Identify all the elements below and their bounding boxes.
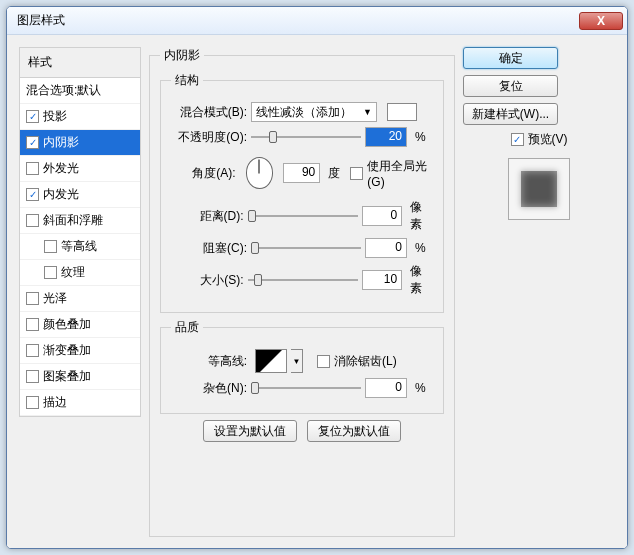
blend-mode-value: 线性减淡（添加）: [256, 104, 352, 121]
inner-shadow-legend: 内阴影: [160, 47, 204, 64]
style-item-10[interactable]: 图案叠加: [20, 364, 140, 390]
style-checkbox[interactable]: [26, 136, 39, 149]
styles-header: 样式: [20, 48, 140, 78]
styles-column: 样式 混合选项:默认 投影内阴影外发光内发光斜面和浮雕等高线纹理光泽颜色叠加渐变…: [19, 47, 141, 536]
style-item-2[interactable]: 外发光: [20, 156, 140, 182]
style-checkbox[interactable]: [44, 266, 57, 279]
window-title: 图层样式: [17, 12, 579, 29]
distance-input[interactable]: 0: [362, 206, 403, 226]
preview-swatch: [521, 171, 557, 207]
style-label: 图案叠加: [43, 368, 91, 385]
choke-slider[interactable]: [251, 239, 361, 257]
quality-legend: 品质: [171, 319, 203, 336]
distance-unit: 像素: [410, 199, 433, 233]
style-item-9[interactable]: 渐变叠加: [20, 338, 140, 364]
noise-label: 杂色(N):: [171, 380, 247, 397]
style-item-6[interactable]: 纹理: [20, 260, 140, 286]
antialias-label: 消除锯齿(L): [334, 353, 397, 370]
preview-checkbox[interactable]: [511, 133, 524, 146]
style-label: 等高线: [61, 238, 97, 255]
distance-label: 距离(D):: [171, 208, 244, 225]
preview-box: [508, 158, 570, 220]
actions-column: 确定 复位 新建样式(W)... 预览(V): [463, 47, 615, 536]
reset-default-button[interactable]: 复位为默认值: [307, 420, 401, 442]
global-light-checkbox[interactable]: [350, 167, 363, 180]
preview-label: 预览(V): [528, 131, 568, 148]
blend-options-label: 混合选项:默认: [26, 82, 101, 99]
style-label: 内发光: [43, 186, 79, 203]
style-checkbox[interactable]: [26, 188, 39, 201]
opacity-slider[interactable]: [251, 128, 361, 146]
inner-shadow-group: 内阴影 结构 混合模式(B): 线性减淡（添加） ▼ 不透明度(O):: [149, 47, 455, 537]
structure-group: 结构 混合模式(B): 线性减淡（添加） ▼ 不透明度(O): 20 %: [160, 72, 444, 313]
style-item-11[interactable]: 描边: [20, 390, 140, 416]
size-slider[interactable]: [248, 271, 358, 289]
style-item-5[interactable]: 等高线: [20, 234, 140, 260]
size-input[interactable]: 10: [362, 270, 403, 290]
style-label: 描边: [43, 394, 67, 411]
styles-list: 混合选项:默认 投影内阴影外发光内发光斜面和浮雕等高线纹理光泽颜色叠加渐变叠加图…: [20, 78, 140, 416]
style-label: 外发光: [43, 160, 79, 177]
style-checkbox[interactable]: [26, 214, 39, 227]
angle-dial[interactable]: [246, 157, 274, 189]
blend-mode-dropdown[interactable]: 线性减淡（添加） ▼: [251, 102, 377, 122]
close-icon: X: [597, 14, 605, 28]
layer-style-dialog: 图层样式 X 样式 混合选项:默认 投影内阴影外发光内发光斜面和浮雕等高线纹理光…: [6, 6, 628, 549]
dialog-body: 样式 混合选项:默认 投影内阴影外发光内发光斜面和浮雕等高线纹理光泽颜色叠加渐变…: [7, 35, 627, 548]
ok-button[interactable]: 确定: [463, 47, 558, 69]
style-item-3[interactable]: 内发光: [20, 182, 140, 208]
style-checkbox[interactable]: [44, 240, 57, 253]
distance-slider[interactable]: [248, 207, 358, 225]
size-unit: 像素: [410, 263, 433, 297]
style-item-0[interactable]: 投影: [20, 104, 140, 130]
contour-dropdown-arrow[interactable]: ▼: [291, 349, 303, 373]
contour-label: 等高线:: [171, 353, 247, 370]
blend-options-item[interactable]: 混合选项:默认: [20, 78, 140, 104]
style-label: 斜面和浮雕: [43, 212, 103, 229]
style-checkbox[interactable]: [26, 318, 39, 331]
opacity-unit: %: [415, 130, 426, 144]
style-item-8[interactable]: 颜色叠加: [20, 312, 140, 338]
style-label: 内阴影: [43, 134, 79, 151]
style-checkbox[interactable]: [26, 396, 39, 409]
opacity-label: 不透明度(O):: [171, 129, 247, 146]
style-checkbox[interactable]: [26, 162, 39, 175]
choke-input[interactable]: 0: [365, 238, 407, 258]
style-item-4[interactable]: 斜面和浮雕: [20, 208, 140, 234]
style-label: 光泽: [43, 290, 67, 307]
choke-unit: %: [415, 241, 426, 255]
set-default-button[interactable]: 设置为默认值: [203, 420, 297, 442]
style-checkbox[interactable]: [26, 344, 39, 357]
style-label: 纹理: [61, 264, 85, 281]
reset-button[interactable]: 复位: [463, 75, 558, 97]
noise-unit: %: [415, 381, 426, 395]
settings-column: 内阴影 结构 混合模式(B): 线性减淡（添加） ▼ 不透明度(O):: [149, 47, 455, 536]
style-label: 投影: [43, 108, 67, 125]
styles-fieldset: 样式 混合选项:默认 投影内阴影外发光内发光斜面和浮雕等高线纹理光泽颜色叠加渐变…: [19, 47, 141, 417]
titlebar[interactable]: 图层样式 X: [7, 7, 627, 35]
size-label: 大小(S):: [171, 272, 244, 289]
chevron-down-icon: ▼: [363, 107, 372, 117]
new-style-button[interactable]: 新建样式(W)...: [463, 103, 558, 125]
opacity-input[interactable]: 20: [365, 127, 407, 147]
shadow-color-swatch[interactable]: [387, 103, 417, 121]
choke-label: 阻塞(C):: [171, 240, 247, 257]
style-label: 渐变叠加: [43, 342, 91, 359]
style-item-1[interactable]: 内阴影: [20, 130, 140, 156]
noise-slider[interactable]: [251, 379, 361, 397]
blend-mode-label: 混合模式(B):: [171, 104, 247, 121]
global-light-label: 使用全局光(G): [367, 158, 433, 189]
style-item-7[interactable]: 光泽: [20, 286, 140, 312]
noise-input[interactable]: 0: [365, 378, 407, 398]
angle-input[interactable]: 90: [283, 163, 320, 183]
style-checkbox[interactable]: [26, 370, 39, 383]
contour-picker[interactable]: [255, 349, 287, 373]
style-checkbox[interactable]: [26, 110, 39, 123]
style-label: 颜色叠加: [43, 316, 91, 333]
close-button[interactable]: X: [579, 12, 623, 30]
angle-unit: 度: [328, 165, 340, 182]
antialias-checkbox[interactable]: [317, 355, 330, 368]
angle-label: 角度(A):: [171, 165, 236, 182]
structure-legend: 结构: [171, 72, 203, 89]
style-checkbox[interactable]: [26, 292, 39, 305]
